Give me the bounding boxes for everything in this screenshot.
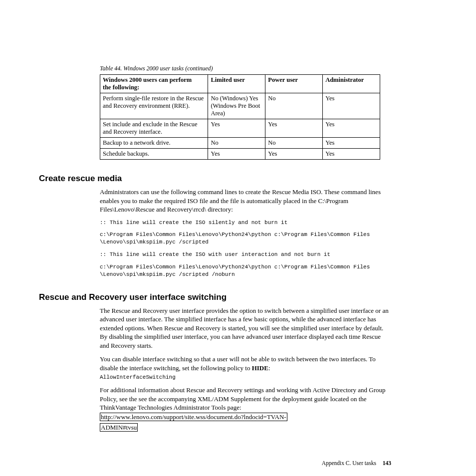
lenovo-support-link-cont[interactable]: ADMIN#tvsu bbox=[100, 423, 138, 432]
code-comment: :: This line will create the ISO with us… bbox=[100, 251, 391, 258]
col-header-limited: Limited user bbox=[208, 75, 265, 93]
cell-limited: No (Windows) Yes (Windows Pre Boot Area) bbox=[208, 93, 265, 119]
cell-admin: Yes bbox=[323, 138, 380, 149]
lenovo-support-link[interactable]: http://www.lenovo.com/support/site.wss/d… bbox=[100, 413, 287, 421]
cell-task: Schedule backups. bbox=[100, 149, 208, 160]
code-comment: :: This line will create the ISO silentl… bbox=[100, 219, 391, 227]
paragraph: The Rescue and Recovery user interface p… bbox=[100, 306, 391, 350]
cell-task: Set include and exclude in the Rescue an… bbox=[100, 119, 208, 138]
cell-limited: Yes bbox=[208, 119, 265, 138]
page-number: 143 bbox=[383, 460, 391, 466]
paragraph: You can disable interface switching so t… bbox=[100, 355, 391, 372]
table-row: Perform single-file restore in the Rescu… bbox=[100, 93, 380, 119]
link-container: http://www.lenovo.com/support/site.wss/d… bbox=[100, 412, 391, 433]
cell-limited: No bbox=[208, 138, 265, 149]
col-header-admin: Administrator bbox=[323, 75, 380, 93]
paragraph: For additional information about Rescue … bbox=[100, 386, 391, 412]
page-footer: Appendix C. User tasks 143 bbox=[322, 460, 391, 466]
table-caption: Table 44. Windows 2000 user tasks (conti… bbox=[100, 65, 391, 72]
heading-interface-switching: Rescue and Recovery user interface switc… bbox=[39, 292, 391, 302]
cell-task: Backup to a network drive. bbox=[100, 138, 208, 149]
cell-power: No bbox=[265, 93, 323, 119]
code-policy: AllowInterfaceSwitching bbox=[100, 374, 391, 381]
footer-text: Appendix C. User tasks bbox=[322, 460, 376, 466]
code-command: c:\Program Files\Common Files\Lenovo\Pyt… bbox=[100, 231, 391, 246]
table-header-row: Windows 2000 users can performthe follow… bbox=[100, 75, 380, 93]
table-row: Backup to a network drive. No No Yes bbox=[100, 138, 380, 149]
text-segment: You can disable interface switching so t… bbox=[100, 355, 376, 372]
cell-limited: Yes bbox=[208, 149, 265, 160]
cell-power: Yes bbox=[265, 119, 323, 138]
heading-create-rescue-media: Create rescue media bbox=[39, 174, 391, 184]
table-row: Schedule backups. Yes Yes Yes bbox=[100, 149, 380, 160]
cell-admin: Yes bbox=[323, 93, 380, 119]
col-header-task: Windows 2000 users can performthe follow… bbox=[100, 75, 208, 93]
cell-admin: Yes bbox=[323, 119, 380, 138]
code-command: c:\Program Files\Common Files\Lenovo\Pyt… bbox=[100, 263, 391, 278]
table-row: Set include and exclude in the Rescue an… bbox=[100, 119, 380, 138]
paragraph: Administrators can use the following com… bbox=[100, 188, 391, 214]
user-tasks-table: Windows 2000 users can performthe follow… bbox=[100, 74, 380, 160]
col-header-power: Power user bbox=[265, 75, 323, 93]
cell-power: No bbox=[265, 138, 323, 149]
cell-task: Perform single-file restore in the Rescu… bbox=[100, 93, 208, 119]
cell-admin: Yes bbox=[323, 149, 380, 160]
text-segment: : bbox=[268, 364, 270, 372]
bold-hide: HIDE bbox=[252, 364, 268, 372]
cell-power: Yes bbox=[265, 149, 323, 160]
